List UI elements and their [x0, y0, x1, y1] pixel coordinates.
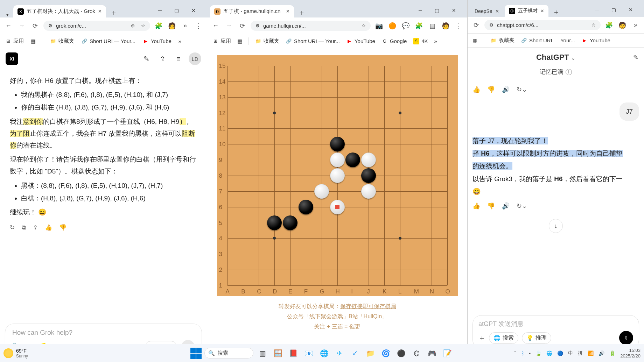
thumbs-down-icon[interactable]: 👎 — [59, 222, 66, 233]
bookmark-youtube[interactable]: ▶YouTube — [581, 37, 610, 44]
close-icon[interactable]: ✕ — [625, 3, 636, 17]
chatgpt-brand[interactable]: ChatGPT ⌄ — [536, 53, 575, 62]
obs-icon[interactable]: ⚫ — [395, 347, 407, 360]
reading-list-icon[interactable]: ▤ — [427, 22, 437, 30]
reload-icon[interactable]: ⟳ — [237, 22, 247, 30]
reload-icon[interactable]: ⟳ — [471, 21, 481, 29]
bookmark-youtube[interactable]: ▶YouTube — [346, 38, 375, 44]
maximize-icon[interactable]: ▢ — [171, 3, 182, 17]
install-app-icon[interactable]: ⊕ — [131, 23, 135, 28]
extensions-icon[interactable]: 🧩 — [154, 22, 163, 30]
pinned-app-chrome[interactable]: 🌐 — [318, 347, 330, 360]
browser-tab[interactable]: ◐ 五子棋 - game.hullqin.cn ✕ — [210, 5, 294, 17]
ime-icon[interactable]: 中 — [568, 350, 573, 356]
bookmarks-overflow-icon[interactable]: » — [178, 38, 181, 44]
new-tab-button[interactable]: ＋ — [107, 8, 121, 17]
edge-icon[interactable]: 🌀 — [379, 347, 392, 360]
read-aloud-icon[interactable]: 🔊 — [502, 200, 510, 212]
scroll-to-bottom-button[interactable]: ↓ — [549, 219, 563, 233]
bookmark-star-icon[interactable]: ☆ — [592, 22, 596, 28]
tray-icon[interactable]: ▪ — [529, 350, 531, 356]
address-bar[interactable]: ⚙ chatgpt.com/c/6... ☆ — [484, 20, 601, 30]
history-icon[interactable]: ≡ — [173, 53, 184, 65]
app-icon[interactable]: 🎮 — [426, 347, 438, 360]
maximize-icon[interactable]: ▢ — [431, 3, 443, 17]
minimize-icon[interactable]: ─ — [592, 3, 602, 17]
forward-icon[interactable]: → — [224, 22, 234, 29]
back-icon[interactable]: ← — [4, 22, 13, 29]
user-avatar[interactable]: LD — [189, 52, 201, 65]
attach-icon[interactable]: ＋ — [478, 333, 485, 343]
address-bar[interactable]: ⚙ game.hullqin.cn/... ☆ — [251, 21, 371, 31]
extensions-icon[interactable]: 🧩 — [414, 22, 424, 30]
pinned-app[interactable]: ✈ — [333, 347, 346, 360]
battery-icon[interactable]: 🔋 — [609, 350, 615, 356]
close-icon[interactable]: ✕ — [540, 8, 544, 14]
bookmark-google[interactable]: GGoogle — [382, 38, 407, 44]
profile-avatar-icon[interactable]: 🧑 — [167, 22, 177, 30]
xai-logo-icon[interactable]: XI — [6, 52, 18, 65]
favorites-folder[interactable]: 📁收藏夹 — [50, 38, 74, 44]
bookmark-grid-icon[interactable]: ▦ — [472, 37, 477, 44]
bookmark-short-url[interactable]: 🔗Short URL— Your... — [521, 37, 575, 44]
browser-tab-deepseek[interactable]: DeepSe ✕ — [470, 6, 503, 17]
bookmark-short-url[interactable]: 🔗Short URL— Your... — [81, 38, 135, 44]
new-chat-icon[interactable]: ✎ — [140, 53, 152, 65]
pinned-app[interactable]: 📧 — [302, 347, 315, 360]
tray-icon[interactable]: 🌐 — [546, 350, 552, 356]
reload-icon[interactable]: ⟳ — [30, 22, 40, 30]
pinned-app[interactable]: ✓ — [349, 347, 361, 360]
apps-shortcut[interactable]: ⊞应用 — [212, 38, 231, 44]
bookmark-star-icon[interactable]: ☆ — [362, 23, 366, 28]
new-tab-button[interactable]: ＋ — [549, 7, 563, 17]
browser-tab[interactable]: X 五子棋对决：人机大战 - Grok ✕ — [13, 5, 106, 17]
lens-icon[interactable]: 📷 — [374, 22, 384, 30]
menu-icon[interactable]: ⋮ — [194, 22, 203, 30]
favorites-folder[interactable]: 📁收藏夹 — [490, 37, 514, 44]
close-icon[interactable]: ✕ — [188, 3, 199, 17]
file-explorer-icon[interactable]: 📁 — [364, 347, 377, 360]
reason-pill[interactable]: 💡推理 — [522, 332, 551, 344]
site-controls-icon[interactable]: ⚙ — [489, 22, 493, 28]
back-icon[interactable]: ← — [211, 22, 220, 29]
pinned-app[interactable]: 📕 — [287, 347, 300, 360]
start-button[interactable] — [190, 348, 202, 359]
ext-icon[interactable]: 🟠 — [387, 22, 397, 30]
pinned-app[interactable]: 🪟 — [272, 347, 284, 360]
bluetooth-icon[interactable]: ᛒ — [521, 350, 524, 356]
share-icon[interactable]: ⇪ — [156, 53, 168, 65]
task-view-icon[interactable]: ▥ — [256, 347, 269, 360]
bookmark-4k[interactable]: S4K — [413, 38, 428, 44]
regenerate-icon[interactable]: ↻⌄ — [517, 200, 527, 212]
read-aloud-icon[interactable]: 🔊 — [502, 84, 510, 95]
voice-button[interactable]: 🎙 — [619, 331, 633, 345]
weather-widget[interactable]: 69°F Sunny — [4, 348, 28, 359]
profile-avatar-icon[interactable]: 🧑 — [441, 22, 450, 30]
share-icon[interactable]: ⇪ — [33, 222, 38, 233]
bookmark-grid-icon[interactable]: ▦ — [31, 38, 36, 44]
tray-icon[interactable]: 🍃 — [536, 350, 541, 356]
regenerate-icon[interactable]: ↻ — [10, 222, 15, 233]
clock[interactable]: 15:03 2025/2/20 — [620, 348, 640, 359]
close-icon[interactable]: ✕ — [448, 3, 460, 17]
menu-icon[interactable]: ⋮ — [454, 22, 464, 30]
volume-icon[interactable]: 🔊 — [598, 350, 604, 356]
tray-overflow-icon[interactable]: ˄ — [514, 350, 516, 356]
favorites-folder[interactable]: 📁收藏夹 — [255, 38, 279, 44]
minimize-icon[interactable]: ─ — [415, 3, 426, 17]
extensions-icon[interactable]: 🧩 — [604, 21, 614, 29]
close-icon[interactable]: ✕ — [98, 9, 102, 14]
bookmark-star-icon[interactable]: ☆ — [141, 23, 145, 28]
overflow-icon[interactable]: » — [180, 22, 190, 29]
search-pill[interactable]: 🌐搜索 — [489, 332, 518, 344]
profile-avatar-icon[interactable]: 🧑 — [617, 21, 627, 29]
regenerate-icon[interactable]: ↻⌄ — [517, 84, 527, 95]
forward-icon[interactable]: → — [17, 22, 27, 29]
apps-shortcut[interactable]: ⊞应用 — [5, 38, 24, 44]
overflow-icon[interactable]: » — [631, 21, 640, 29]
tray-icon[interactable]: 🔵 — [557, 350, 563, 356]
thumbs-up-icon[interactable]: 👍 — [472, 84, 480, 95]
thumbs-up-icon[interactable]: 👍 — [45, 222, 52, 233]
chatgpt-app-icon[interactable]: ⌬ — [410, 347, 423, 360]
bookmark-short-url[interactable]: 🔗Short URL— Your... — [286, 38, 340, 44]
